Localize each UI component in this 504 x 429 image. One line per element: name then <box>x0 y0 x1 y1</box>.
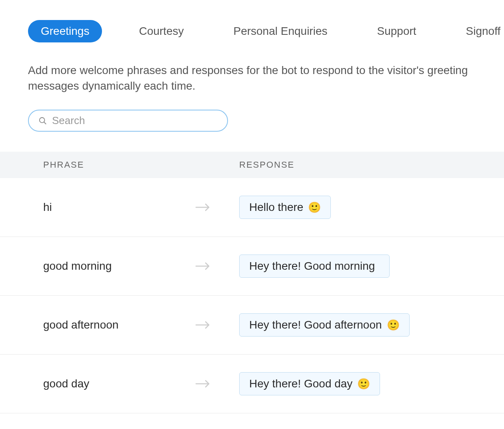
arrow-right-icon <box>195 379 211 389</box>
table-row[interactable]: good afternoon Hey there! Good afternoon… <box>0 296 504 355</box>
response-text: Hey there! Good morning <box>249 260 375 273</box>
response-pill[interactable]: Hey there! Good day 🙂 <box>239 372 380 395</box>
emoji-icon: 🙂 <box>387 319 400 331</box>
emoji-icon: 🙂 <box>357 378 370 390</box>
svg-line-1 <box>44 122 46 124</box>
table-header: PHRASE RESPONSE <box>0 152 504 178</box>
column-header-phrase: PHRASE <box>43 160 239 170</box>
response-text: Hey there! Good day <box>249 377 352 390</box>
tab-courtesy[interactable]: Courtesy <box>126 20 196 42</box>
phrase-text: good afternoon <box>43 319 195 331</box>
search-input[interactable] <box>52 114 218 127</box>
phrase-text: good morning <box>43 260 195 273</box>
phrase-text: hi <box>43 201 195 214</box>
tab-personal-enquiries[interactable]: Personal Enquiries <box>220 20 340 42</box>
search-icon <box>38 116 47 125</box>
arrow-cell <box>195 379 239 389</box>
emoji-icon: 🙂 <box>308 201 321 214</box>
response-pill[interactable]: Hey there! Good afternoon 🙂 <box>239 313 410 337</box>
description-text: Add more welcome phrases and responses f… <box>28 62 476 94</box>
arrow-cell <box>195 320 239 330</box>
response-text: Hey there! Good afternoon <box>249 319 382 331</box>
table-row[interactable]: hi Hello there 🙂 <box>0 178 504 237</box>
response-cell: Hey there! Good day 🙂 <box>239 372 504 395</box>
arrow-right-icon <box>195 202 211 212</box>
table-row[interactable]: good day Hey there! Good day 🙂 <box>0 355 504 413</box>
response-cell: Hey there! Good afternoon 🙂 <box>239 313 504 337</box>
response-pill[interactable]: Hello there 🙂 <box>239 196 331 219</box>
arrow-right-icon <box>195 320 211 330</box>
phrase-text: good day <box>43 377 195 390</box>
tabs-bar: Greetings Courtesy Personal Enquiries Su… <box>28 20 476 42</box>
arrow-right-icon <box>195 261 211 271</box>
column-header-response: RESPONSE <box>239 160 504 170</box>
tab-signoff[interactable]: Signoff <box>453 20 504 42</box>
response-cell: Hey there! Good morning <box>239 255 504 278</box>
svg-point-0 <box>40 118 45 123</box>
search-field[interactable] <box>28 110 228 132</box>
table-row[interactable]: good morning Hey there! Good morning <box>0 237 504 296</box>
tab-greetings[interactable]: Greetings <box>28 20 102 42</box>
tab-support[interactable]: Support <box>364 20 429 42</box>
arrow-cell <box>195 202 239 212</box>
response-text: Hello there <box>249 201 303 214</box>
response-pill[interactable]: Hey there! Good morning <box>239 255 390 278</box>
response-cell: Hello there 🙂 <box>239 196 504 219</box>
arrow-cell <box>195 261 239 271</box>
table-body: hi Hello there 🙂 good morning <box>0 178 504 413</box>
